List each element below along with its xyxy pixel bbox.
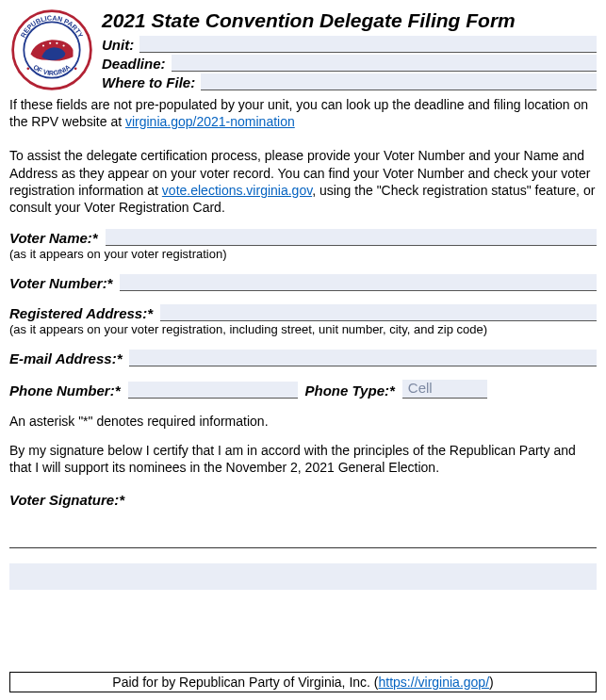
signature-label: Voter Signature:* (9, 492, 124, 508)
phone-input-line[interactable] (128, 382, 298, 399)
svg-point-5 (74, 67, 77, 70)
svg-point-9 (63, 44, 65, 46)
address-sub: (as it appears on your voter registratio… (9, 322, 597, 336)
svg-point-6 (42, 44, 44, 46)
header: REPUBLICAN PARTY OF VIRGINIA 2021 State … (9, 8, 597, 92)
asterisk-note: An asterisk "*" denotes required informa… (9, 414, 597, 429)
deadline-input-line[interactable] (172, 55, 597, 72)
rpv-site-link[interactable]: https://virginia.gop/ (379, 675, 490, 690)
page-title: 2021 State Convention Delegate Filing Fo… (102, 9, 597, 32)
email-label: E-mail Address:* (9, 350, 122, 366)
voter-name-label: Voter Name:* (9, 230, 98, 246)
email-input-line[interactable] (129, 350, 597, 366)
unit-label: Unit: (102, 37, 134, 53)
where-input-line[interactable] (201, 73, 597, 90)
header-text: 2021 State Convention Delegate Filing Fo… (102, 8, 597, 92)
address-input-line[interactable] (160, 304, 597, 321)
svg-point-8 (56, 42, 57, 44)
phone-type-label: Phone Type:* (305, 383, 395, 399)
deadline-label: Deadline: (102, 56, 166, 72)
voter-name-input-line[interactable] (106, 229, 597, 246)
vote-elections-link[interactable]: vote.elections.virginia.gov (162, 183, 312, 198)
blank-band (9, 563, 597, 590)
unit-input-line[interactable] (139, 36, 597, 53)
signature-line[interactable] (9, 547, 597, 548)
where-label: Where to File: (102, 74, 195, 90)
svg-point-7 (49, 42, 51, 44)
rpv-logo: REPUBLICAN PARTY OF VIRGINIA (9, 8, 94, 92)
voter-name-sub: (as it appears on your voter registratio… (9, 247, 597, 261)
phone-label: Phone Number:* (9, 383, 121, 399)
instructions: To assist the delegate certification pro… (9, 147, 597, 216)
nomination-link[interactable]: virginia.gop/2021-nomination (125, 114, 295, 129)
voter-number-input-line[interactable] (120, 274, 597, 291)
lookup-note: If these fields are not pre-populated by… (9, 96, 597, 130)
voter-number-label: Voter Number:* (9, 275, 112, 291)
address-label: Registered Address:* (9, 305, 153, 321)
certification-text: By my signature below I certify that I a… (9, 442, 597, 476)
footer: Paid for by Republican Party of Virginia… (9, 672, 597, 692)
svg-point-4 (26, 67, 29, 70)
phone-type-value[interactable]: Cell (402, 380, 487, 399)
